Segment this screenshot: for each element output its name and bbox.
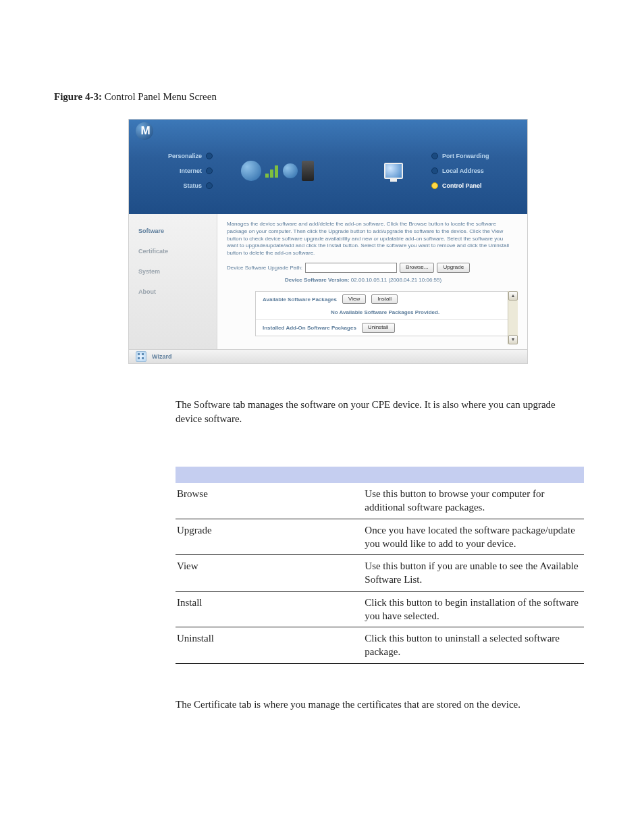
monitor-icon [384,163,403,179]
version-label: Device Software Version: [285,277,350,283]
row-name: Uninstall [176,627,363,664]
figure-label: Figure 4-3: [54,91,102,102]
row-name: Upgrade [176,519,363,555]
table-row: Browse Use this button to browse your co… [176,483,584,519]
no-available-message: No Available Software Packages Provided. [256,307,514,319]
motorola-logo-icon: M [136,122,153,140]
nav-dot-icon [206,153,213,159]
right-nav: Port Forwarding Local Address Control Pa… [422,144,527,198]
packages-panel: Available Software Packages View Install… [255,291,515,336]
view-button[interactable]: View [342,294,366,304]
nav-dot-icon [206,167,213,174]
installed-packages-title: Installed Add-On Software Packages [263,325,356,331]
install-button[interactable]: Install [371,294,398,304]
sidebar: Software Certificate System About [129,214,217,349]
table-row: Install Click this button to begin insta… [176,591,584,627]
nav-label: Internet [180,167,202,174]
software-description: Manages the device software and add/dele… [227,221,518,257]
row-name: Browse [176,483,363,519]
wizard-label[interactable]: Wizard [152,353,171,360]
figure-title: Control Panel Menu Screen [105,91,217,102]
scroll-down-icon[interactable]: ▼ [508,335,518,344]
nav-dot-icon [431,153,438,159]
sidebar-item-system[interactable]: System [129,261,217,282]
table-row: Upgrade Once you have located the softwa… [176,519,584,555]
nav-dot-icon [206,182,213,189]
nav-control-panel[interactable]: Control Panel [431,182,482,189]
paragraph-after-table: The Certificate tab is where you manage … [176,698,584,712]
nav-port-forwarding[interactable]: Port Forwarding [431,153,489,159]
nav-label: Status [183,182,202,189]
figure-caption: Figure 4-3: Control Panel Menu Screen [54,91,590,103]
nav-internet[interactable]: Internet [180,167,213,174]
device-tower-icon [302,161,314,181]
upgrade-button[interactable]: Upgrade [437,263,470,272]
main-panel: Manages the device software and add/dele… [217,214,527,349]
nav-label: Port Forwarding [442,153,489,159]
nav-personalize[interactable]: Personalize [168,153,213,159]
row-desc: Click this button to uninstall a selecte… [363,627,584,664]
browse-button[interactable]: Browse... [400,263,434,272]
nav-dot-icon [431,167,438,174]
scroll-up-icon[interactable]: ▲ [508,291,518,301]
buttons-table: Browse Use this button to browse your co… [176,467,584,664]
upgrade-path-row: Device Software Upgrade Path: Browse... … [227,263,518,273]
left-nav: Personalize Internet Status [129,144,222,198]
nav-local-address[interactable]: Local Address [431,167,484,174]
version-row: Device Software Version: 02.00.10.05.11 … [227,277,518,283]
table-row: Uninstall Click this button to uninstall… [176,627,584,664]
sidebar-item-certificate[interactable]: Certificate [129,241,217,261]
table-row: View Use this button if you are unable t… [176,555,584,592]
upgrade-path-label: Device Software Upgrade Path: [227,265,302,271]
row-name: Install [176,591,363,627]
app-header: M Personalize Internet Status [129,120,527,214]
row-name: View [176,555,363,592]
footer-bar: Wizard [129,349,527,363]
available-packages-title: Available Software Packages [263,296,337,303]
nav-label: Local Address [442,167,484,174]
center-icons [222,144,422,198]
scrollbar[interactable]: ▲ ▼ [508,291,518,344]
row-desc: Use this button to browse your computer … [363,483,584,519]
control-panel-screenshot: M Personalize Internet Status [128,119,528,364]
refresh-icon [283,163,298,178]
signal-bars-icon [265,164,279,178]
sidebar-item-software[interactable]: Software [129,221,217,241]
row-desc: Once you have located the software packa… [363,519,584,555]
nav-dot-icon [431,182,438,189]
nav-label: Personalize [168,153,202,159]
wizard-icon[interactable] [136,351,146,362]
row-desc: Use this button if you are unable to see… [363,555,584,592]
upgrade-path-input[interactable] [305,263,397,273]
sidebar-item-about[interactable]: About [129,282,217,302]
globe-icon [241,161,261,181]
version-value: 02.00.10.05.11 (2008.04.21 10:06:55) [351,277,441,283]
row-desc: Click this button to begin installation … [363,591,584,627]
nav-label: Control Panel [442,182,482,189]
uninstall-button[interactable]: Uninstall [362,323,395,332]
table-header-blank [363,467,584,483]
table-header-blank [176,467,363,483]
nav-status[interactable]: Status [183,182,213,189]
paragraph-after-figure: The Software tab manages the software on… [176,398,584,426]
